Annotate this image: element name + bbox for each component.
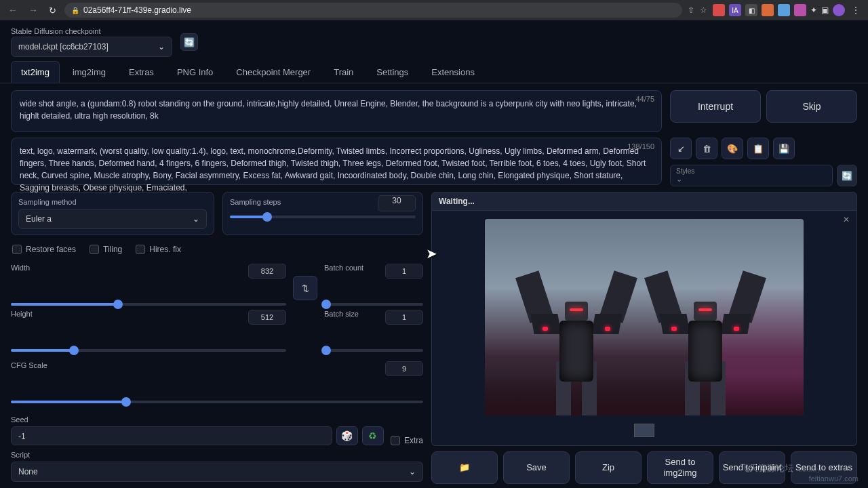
puzzle-icon[interactable]: ✦ — [810, 5, 817, 15]
lock-icon: 🔒 — [71, 7, 79, 14]
neg-prompt-text: text, logo, watermark, (worst quality, l… — [20, 146, 646, 192]
height-slider[interactable] — [11, 349, 286, 352]
ext-icon-5[interactable] — [778, 4, 790, 16]
back-icon[interactable]: ← — [5, 5, 20, 16]
restore-faces-checkbox[interactable]: Restore faces — [12, 245, 76, 254]
seed-label: Seed — [11, 415, 423, 424]
sampling-steps-slider[interactable] — [230, 216, 416, 218]
batch-size-label: Batch size — [324, 310, 359, 318]
tiling-checkbox[interactable]: Tiling — [90, 245, 122, 254]
hires-fix-checkbox[interactable]: Hires. fix — [136, 245, 181, 254]
ext-icon-3[interactable]: ◧ — [745, 4, 757, 16]
browser-chrome: ← → ↻ 🔒 02a56ff4-71ff-439e.gradio.live ⇧… — [0, 0, 868, 20]
tab-img2img[interactable]: img2img — [62, 61, 116, 83]
watermark-3: udemy — [798, 465, 821, 473]
tab-settings[interactable]: Settings — [366, 61, 418, 83]
open-folder-button[interactable]: 📁 — [431, 451, 498, 484]
extension-icons: IA ◧ ✦ ▣ ⋮ — [713, 4, 863, 16]
robot-right — [654, 253, 756, 415]
reuse-seed-button[interactable]: ♻ — [362, 426, 384, 445]
send-to-img2img-button[interactable]: Send to img2img — [647, 451, 713, 484]
preview-status: Waiting... — [431, 192, 857, 211]
cfg-label: CFG Scale — [11, 361, 47, 369]
cfg-input[interactable]: 9 — [385, 361, 423, 376]
url-bar[interactable]: 🔒 02a56ff4-71ff-439e.gradio.live — [64, 3, 682, 18]
script-label: Script — [11, 451, 423, 459]
skip-button[interactable]: Skip — [766, 90, 857, 123]
width-label: Width — [11, 264, 30, 272]
chevron-down-icon: ⌄ — [193, 214, 199, 224]
neg-prompt-token-count: 138/150 — [627, 141, 654, 152]
save-button[interactable]: Save — [503, 451, 570, 484]
height-label: Height — [11, 310, 33, 318]
ext-icon-ia[interactable]: IA — [729, 4, 741, 16]
refresh-checkpoint-button[interactable]: 🔄 — [180, 33, 198, 51]
thumbnail[interactable] — [634, 424, 654, 437]
sampling-method-panel: Sampling method Euler a ⌄ — [11, 192, 214, 235]
checkpoint-value: model.ckpt [cc6cb27103] — [18, 42, 108, 52]
share-icon[interactable]: ⇧ — [688, 5, 694, 15]
trash-button[interactable]: 🗑 — [696, 138, 717, 159]
checkbox-row: Restore faces Tiling Hires. fix — [11, 241, 423, 258]
ext-icon-6[interactable] — [794, 4, 806, 16]
sampling-method-label: Sampling method — [18, 198, 207, 206]
reload-icon[interactable]: ↻ — [46, 5, 59, 16]
close-preview-button[interactable]: ✕ — [843, 215, 850, 224]
forward-icon[interactable]: → — [26, 5, 41, 16]
cfg-slider[interactable] — [11, 401, 423, 403]
width-input[interactable]: 832 — [248, 264, 286, 279]
save-style-button[interactable]: 💾 — [773, 138, 795, 159]
main-content: 44/75 wide shot angle, a (gundam:0.8) ro… — [0, 83, 868, 488]
swap-dimensions-button[interactable]: ⇅ — [293, 276, 317, 300]
batch-count-input[interactable]: 1 — [385, 264, 423, 279]
sampling-method-select[interactable]: Euler a ⌄ — [18, 209, 207, 229]
preview-image[interactable] — [485, 219, 804, 415]
seed-input[interactable]: -1 — [11, 426, 332, 445]
menu-icon[interactable]: ⋮ — [849, 5, 863, 15]
star-icon[interactable]: ☆ — [700, 5, 707, 15]
sampling-method-value: Euler a — [26, 214, 52, 224]
random-seed-button[interactable]: 🎲 — [336, 426, 358, 445]
tab-pnginfo[interactable]: PNG Info — [167, 61, 223, 83]
height-input[interactable]: 512 — [248, 310, 286, 325]
art-button[interactable]: 🎨 — [722, 138, 743, 159]
chevron-down-icon: ⌄ — [158, 42, 165, 52]
tab-checkpoint-merger[interactable]: Checkpoint Merger — [226, 61, 321, 83]
interrupt-button[interactable]: Interrupt — [670, 90, 761, 123]
checkpoint-label: Stable Diffusion checkpoint — [11, 27, 172, 35]
prompt-token-count: 44/75 — [635, 94, 654, 105]
preview-body: ✕ — [431, 211, 857, 446]
tab-train[interactable]: Train — [323, 61, 363, 83]
robot-left — [526, 253, 627, 415]
sampling-steps-input[interactable]: 30 — [378, 195, 416, 211]
batch-size-input[interactable]: 1 — [385, 310, 423, 325]
script-select[interactable]: None ⌄ — [11, 462, 423, 482]
arrow-button[interactable]: ↙ — [670, 138, 692, 159]
ext-icon-1[interactable] — [713, 4, 725, 16]
batch-count-label: Batch count — [324, 264, 363, 272]
checkpoint-row: Stable Diffusion checkpoint model.ckpt [… — [0, 20, 868, 61]
zip-button[interactable]: Zip — [575, 451, 642, 484]
refresh-styles-button[interactable]: 🔄 — [837, 165, 857, 186]
tab-extras[interactable]: Extras — [119, 61, 164, 83]
styles-select[interactable]: Styles ⌄ — [670, 165, 833, 186]
negative-prompt-input[interactable]: 138/150 text, logo, watermark, (worst qu… — [11, 138, 662, 185]
styles-label: Styles — [676, 167, 827, 175]
checkpoint-select[interactable]: model.ckpt [cc6cb27103] ⌄ — [11, 37, 172, 57]
watermark-1: 飞天资源论坛 — [741, 462, 793, 474]
ext-icon-4[interactable] — [762, 4, 774, 16]
watermark-2: feitianwu7.com — [809, 474, 859, 483]
tab-txt2img[interactable]: txt2img — [11, 61, 60, 83]
prompt-input[interactable]: 44/75 wide shot angle, a (gundam:0.8) ro… — [11, 90, 662, 132]
clipboard-button[interactable]: 📋 — [747, 138, 769, 159]
extra-seed-checkbox[interactable]: Extra — [391, 436, 423, 445]
width-slider[interactable] — [11, 303, 286, 306]
batch-count-slider[interactable] — [324, 303, 423, 306]
sampling-steps-panel: Sampling steps 30 — [222, 192, 423, 235]
tab-bar: txt2img img2img Extras PNG Info Checkpoi… — [0, 61, 868, 83]
batch-size-slider[interactable] — [324, 349, 423, 352]
tab-extensions[interactable]: Extensions — [421, 61, 485, 83]
profile-icon[interactable] — [833, 4, 845, 16]
panel-icon[interactable]: ▣ — [821, 5, 829, 15]
prompt-text: wide shot angle, a (gundam:0.8) robot st… — [20, 99, 637, 121]
